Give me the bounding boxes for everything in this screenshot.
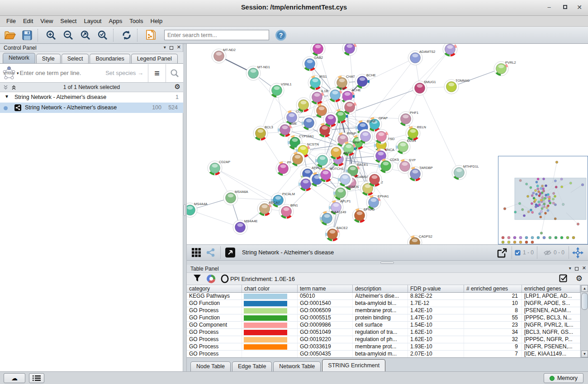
menu-view[interactable]: View [37, 16, 57, 26]
table-row[interactable]: GO ProcessGO:0006509membrane prot...1.42… [187, 307, 588, 314]
tab-network[interactable]: Network [3, 53, 35, 63]
column-header-description[interactable]: description [353, 285, 408, 292]
table-row[interactable]: GO ProcessGO:0050435beta-amyloid m...2.0… [187, 351, 588, 357]
network-node-CDK5[interactable]: CDK5 [379, 158, 399, 173]
share-view-button[interactable] [206, 248, 216, 258]
network-node-MS4A6A[interactable]: MS4A6A [223, 190, 248, 205]
network-node-EFNA5[interactable]: EFNA5 [352, 207, 375, 223]
panel-close-icon[interactable]: ✕ [177, 44, 181, 50]
table-row[interactable]: GO ProcessGO:0019220regulation of ph...1… [187, 336, 588, 343]
network-from-file-button[interactable] [143, 28, 158, 42]
tab-boundaries[interactable]: Boundaries [90, 54, 130, 63]
open-in-window-button[interactable] [225, 247, 236, 258]
network-node-TOMM40[interactable]: TOMM40 [444, 79, 469, 94]
tab-style[interactable]: Style [36, 54, 61, 63]
network-node-MT-ND1[interactable]: MT-ND1 [246, 65, 270, 80]
network-node-ADAMTS2[interactable]: ADAMTS2 [408, 50, 435, 65]
network-node[interactable] [296, 98, 311, 112]
tab-legend-panel[interactable]: Legend Panel [131, 54, 178, 63]
table-row[interactable]: GO ProcessGO:0051049regulation of tra...… [187, 329, 588, 336]
network-node-BACE2[interactable]: BACE2 [325, 226, 348, 241]
string-search-button[interactable] [166, 64, 183, 82]
column-header-term-name[interactable]: term name [298, 285, 353, 292]
task-history-button[interactable] [29, 373, 44, 383]
menu-apps[interactable]: Apps [105, 16, 126, 26]
network-node-CD2AP[interactable]: CD2AP [208, 160, 230, 175]
column-header-enriched-genes[interactable]: enriched genes [522, 285, 580, 292]
network-node-MTHFD1L[interactable]: MTHFD1L [452, 164, 479, 180]
network-node-ABCA7[interactable]: ABCA7 [257, 201, 280, 216]
horizontal-splitter[interactable] [187, 261, 588, 265]
tab-string-enrichment[interactable]: STRING Enrichment [322, 359, 385, 371]
tab-node-table[interactable]: Node Table [190, 361, 231, 371]
hidden-nodes-badge[interactable]: 0 - 0 [544, 249, 564, 256]
network-node-PSENEN[interactable]: PSENEN [333, 185, 359, 200]
species-hint[interactable]: Set species → [105, 70, 143, 76]
table-row[interactable]: GO ProcessGO:0033619membrane prot...1.93… [187, 343, 588, 351]
network-node-IRS1[interactable]: IRS1 [308, 75, 327, 90]
network-node-VSNL1[interactable]: VSNL1 [270, 82, 292, 98]
menu-layout[interactable]: Layout [80, 16, 105, 26]
network-node-IL1B[interactable]: IL1B [310, 89, 328, 104]
menu-edit[interactable]: Edit [19, 16, 37, 26]
grid-view-button[interactable] [191, 248, 201, 258]
network-options-gear-icon[interactable]: ⚙ [175, 83, 180, 91]
ring-chart-button[interactable] [220, 274, 229, 283]
tree-caret-icon[interactable]: ▼ [5, 94, 9, 99]
close-button[interactable]: ✕ [574, 4, 584, 12]
network-node-KIAA1149[interactable]: KIAA1149 [320, 210, 346, 225]
panel-menu-icon[interactable]: ▾ [569, 266, 571, 271]
string-options-button[interactable]: ≡ [148, 64, 166, 82]
table-row[interactable]: KEGG Pathways05010Alzheimer's dise...8.8… [187, 293, 588, 300]
tab-network-table[interactable]: Network Table [273, 361, 321, 371]
network-node[interactable] [338, 172, 352, 187]
minimize-button[interactable]: – [544, 4, 554, 12]
help-button[interactable]: ? [275, 30, 286, 41]
network-node[interactable] [290, 152, 305, 166]
zoom-in-button[interactable] [44, 28, 58, 42]
menu-file[interactable]: File [3, 16, 19, 26]
refresh-button[interactable] [119, 28, 134, 42]
network-node-MT-ND2[interactable]: MT-ND2 [212, 48, 236, 63]
network-node[interactable] [302, 116, 316, 130]
network-node-CADPS2[interactable]: CADPS2 [408, 234, 432, 244]
column-header-category[interactable]: category [187, 285, 242, 292]
network-node-MME[interactable]: MME [278, 122, 297, 137]
zoom-selected-button[interactable] [95, 28, 110, 42]
select-columns-button[interactable] [559, 274, 568, 283]
network-node-DLG4[interactable]: DLG4 [396, 139, 416, 154]
network-node[interactable] [342, 44, 357, 56]
network-node-MS4A4E[interactable]: MS4A4E [233, 219, 258, 234]
network-node-GAB2[interactable]: GAB2 [303, 56, 323, 71]
table-row[interactable]: GO FunctionGO:0005515protein binding1.47… [187, 314, 588, 322]
scroll-up-button[interactable]: ▲ [581, 285, 588, 292]
filter-button[interactable] [193, 274, 201, 282]
string-term-input[interactable] [20, 70, 106, 76]
panel-close-icon[interactable]: ✕ [582, 265, 586, 271]
network-node-BIN1[interactable]: BIN1 [279, 203, 298, 219]
table-settings-gear-icon[interactable]: ⚙ [576, 274, 583, 283]
maximize-button[interactable] [560, 4, 570, 12]
network-node-TARDBP[interactable]: TARDBP [408, 166, 433, 181]
splitter-grip[interactable] [184, 204, 186, 216]
network-row-selected[interactable]: String Network - Alzheimer's disease 100… [0, 103, 183, 113]
vertical-splitter[interactable] [183, 44, 187, 371]
save-session-button[interactable] [20, 28, 34, 42]
column-header--enriched-genes[interactable]: # enriched genes [464, 285, 522, 292]
table-row[interactable]: GO FunctionGO:0001540beta-amyloid bi...1… [187, 300, 588, 307]
pan-tool-button[interactable] [572, 247, 583, 258]
panel-float-icon[interactable] [575, 267, 579, 271]
selected-nodes-badge[interactable]: 1 - 0 [515, 249, 534, 256]
tab-edge-table[interactable]: Edge Table [232, 361, 272, 371]
cloud-button[interactable]: ☁ [4, 373, 25, 383]
splitter-grip[interactable] [380, 262, 394, 264]
column-header-chart-color[interactable]: chart color [242, 285, 298, 292]
column-header-FDR-p-value[interactable]: FDR p-value [408, 285, 464, 292]
network-canvas[interactable]: MT-ND2MT-ND1VSNL1GAB2IRS1CHATBCHEACHETNF… [187, 44, 588, 244]
network-node[interactable] [358, 129, 373, 144]
network-node[interactable] [329, 145, 343, 159]
table-row[interactable]: GO ComponentGO:0009986cell surface1.54E-… [187, 322, 588, 329]
network-node[interactable] [342, 100, 357, 114]
network-node-PVRL2[interactable]: PVRL2 [494, 61, 516, 76]
search-input[interactable] [164, 30, 269, 40]
